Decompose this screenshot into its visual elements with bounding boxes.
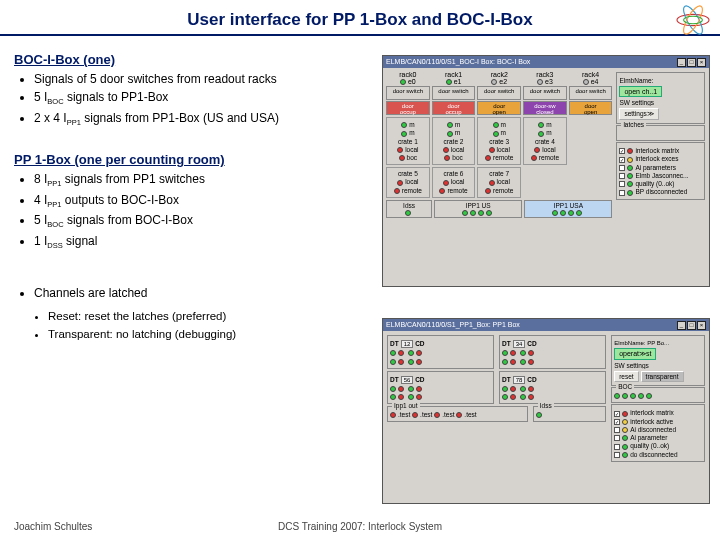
- section2-list: 8 IPP1 signals from PP1 switches 4 IPP1 …: [20, 171, 378, 251]
- led-icon: [400, 79, 406, 85]
- slide-title-bar: User interface for PP 1-Box and BOC-I-Bo…: [0, 0, 720, 36]
- check-label: do disconnected: [630, 451, 677, 458]
- elmb-group: ElmbName: PP Bo... operat≫st SW settings…: [611, 335, 705, 386]
- elmb-group: ElmbName: open ch..1 SW settings setting…: [616, 72, 705, 124]
- atlas-logo: [674, 4, 712, 36]
- door-switch: door switch: [477, 86, 521, 100]
- open-button[interactable]: open ch..1: [619, 86, 662, 97]
- rack-label: rack3: [523, 71, 567, 78]
- cd-label: CD: [415, 340, 424, 347]
- crate-panel: crate 5 local remote: [386, 167, 430, 198]
- crate-panel: m m crate 3 local remote: [477, 117, 521, 165]
- ipp-out-label: Ipp1 out: [392, 402, 420, 409]
- check-label: interlock matrix: [630, 409, 674, 416]
- dt-panel: DT12 CD: [387, 335, 494, 369]
- dt-num: 78: [513, 376, 526, 384]
- rack-door-state: dooropen: [477, 101, 521, 115]
- slide-title: User interface for PP 1-Box and BOC-I-Bo…: [187, 10, 532, 29]
- port-label: e0: [408, 78, 416, 85]
- latches-group: latches: [616, 125, 705, 141]
- check-label: Ai disconnected: [630, 426, 676, 433]
- minimize-button[interactable]: _: [677, 58, 686, 67]
- door-switch: door switch: [523, 86, 567, 100]
- bullet-item: 8 IPP1 signals from PP1 switches: [34, 171, 378, 190]
- maximize-button[interactable]: □: [687, 58, 696, 67]
- check-label: BP discconnected: [635, 188, 687, 195]
- rack-label: rack1: [432, 71, 476, 78]
- rack-door-state: door-swclosed: [523, 101, 567, 115]
- check-label: interlock active: [630, 418, 673, 425]
- crate-panel: m m crate 2 local boc: [432, 117, 476, 165]
- reset-button[interactable]: reset: [614, 371, 638, 382]
- section3-list: Channels are latched: [20, 285, 378, 301]
- settings-button[interactable]: settings≫: [619, 108, 658, 120]
- port-label: e2: [499, 78, 507, 85]
- check-label: Ai parameters: [635, 164, 675, 171]
- dt-label: DT: [390, 340, 399, 347]
- dt-num: 56: [401, 376, 414, 384]
- bullet-item: 5 IBOC signals from BOC-I-Box: [34, 212, 378, 231]
- slide-body: BOC-I-Box (one) Signals of 5 door switch…: [0, 36, 378, 343]
- check-label: Elmb Jasconnec...: [635, 172, 688, 179]
- check-label: interlock matrix: [635, 147, 679, 154]
- door-switch: door switch: [386, 86, 430, 100]
- footer-left: Joachim Schultes: [14, 521, 92, 532]
- transparent-button[interactable]: transparent: [641, 371, 684, 382]
- rack-label: rack2: [477, 71, 521, 78]
- rack-label: rack4: [569, 71, 613, 78]
- led-icon: [446, 79, 452, 85]
- idss-label: Idss: [538, 402, 554, 409]
- bullet-item: Channels are latched: [34, 285, 378, 301]
- rack-door-state: dooropen: [569, 101, 613, 115]
- port-label: e4: [591, 78, 599, 85]
- close-button[interactable]: ×: [697, 321, 706, 330]
- crate-panel: m m crate 1 local boc: [386, 117, 430, 165]
- footer-center: DCS Training 2007: Interlock System: [0, 521, 720, 532]
- pp1-window-title: ELMB/CAN0/110/0/S1_PP1_Box: PP1 Box: [386, 319, 520, 331]
- checks-group: ✓interlock matrix ✓interlock active Ai d…: [611, 404, 705, 462]
- bullet-item: 5 IBOC signals to PP1-Box: [34, 89, 378, 108]
- rack-door-state: dooroccup: [432, 101, 476, 115]
- elmbname-label: ElmbName:: [619, 77, 702, 84]
- section3-sublist: Reset: reset the latches (preferred) Tra…: [34, 309, 378, 342]
- boc-group: BOC: [611, 387, 705, 403]
- ipp-usa-cell: IPP1 USA: [524, 200, 612, 218]
- section1-list: Signals of 5 door switches from readout …: [20, 71, 378, 128]
- port-label: e1: [454, 78, 462, 85]
- operator-button[interactable]: operat≫st: [614, 348, 656, 360]
- boc-window-titlebar[interactable]: ELMB/CAN0/110/0/S1_BOC-I Box: BOC-I Box …: [383, 56, 709, 68]
- cd-label: CD: [527, 376, 536, 383]
- crate-panel: m m crate 4 local remote: [523, 117, 567, 165]
- bullet-item: 4 IPP1 outputs to BOC-I-Box: [34, 192, 378, 211]
- checks-group: ✓interlock matrix ✓interlock exces Ai pa…: [616, 142, 705, 200]
- bullet-item: 1 IDSS signal: [34, 233, 378, 252]
- dt-num: 34: [513, 340, 526, 348]
- rack-headers: rack0 rack1 rack2 rack3 rack4: [386, 71, 612, 78]
- door-switch: door switch: [569, 86, 613, 100]
- swsettings-label: SW settings: [619, 99, 702, 106]
- check-label: Ai parameter: [630, 434, 667, 441]
- pp1-window-titlebar[interactable]: ELMB/CAN0/110/0/S1_PP1_Box: PP1 Box _ □ …: [383, 319, 709, 331]
- ipp-us-cell: IPP1 US: [434, 200, 522, 218]
- bullet-item: Signals of 5 door switches from readout …: [34, 71, 378, 87]
- rack-label: rack0: [386, 71, 430, 78]
- section1-heading: BOC-I-Box (one): [14, 52, 378, 67]
- bullet-item: 2 x 4 IPP1 signals from PP1-Box (US and …: [34, 110, 378, 129]
- elmbname-label: ElmbName: PP Bo...: [614, 340, 702, 346]
- dt-panel: DT78 CD: [499, 371, 606, 405]
- close-button[interactable]: ×: [697, 58, 706, 67]
- port-label: e3: [545, 78, 553, 85]
- section2-heading: PP 1-Box (one per counting room): [14, 152, 378, 167]
- check-label: quality (0..ok): [630, 442, 669, 449]
- swsettings-label: SW settings: [614, 362, 702, 369]
- minimize-button[interactable]: _: [677, 321, 686, 330]
- led-icon: [491, 79, 497, 85]
- latches-label: latches: [621, 121, 646, 128]
- idss-panel: Idss: [533, 406, 606, 422]
- boc-window: ELMB/CAN0/110/0/S1_BOC-I Box: BOC-I Box …: [382, 55, 710, 287]
- bullet-item: Reset: reset the latches (preferred): [48, 309, 378, 325]
- maximize-button[interactable]: □: [687, 321, 696, 330]
- bullet-item: Transparent: no latching (debugging): [48, 327, 378, 343]
- led-icon: [583, 79, 589, 85]
- crate-panel: crate 7 local remote: [477, 167, 521, 198]
